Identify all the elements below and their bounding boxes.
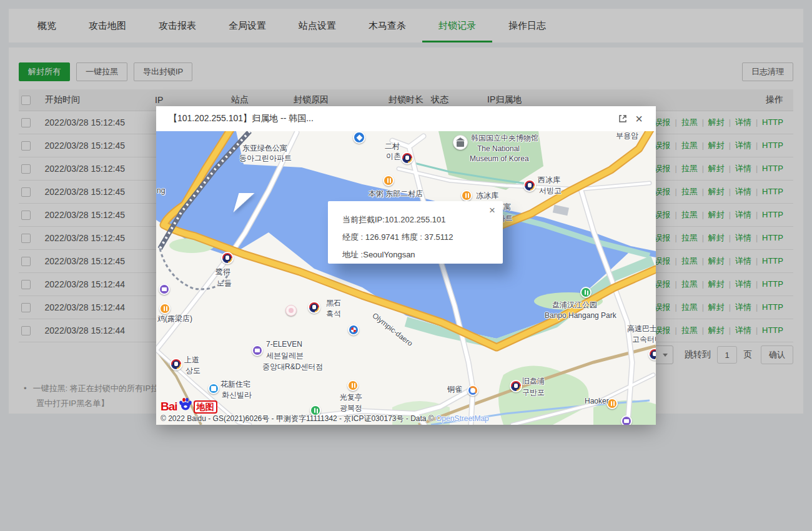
map-label: 동아그린아파트 (239, 154, 292, 162)
map-label: 二村 (385, 142, 400, 151)
map-label: 노들 (217, 279, 232, 287)
popup-close-icon[interactable]: × (489, 205, 495, 216)
poi-icon[interactable] (285, 305, 297, 316)
map-label: Haoker (585, 397, 609, 405)
map-label: 寓 (503, 202, 511, 211)
seven-eleven-icon[interactable] (252, 345, 263, 356)
modal-title: 【101.202.255.101】归属地 -- 韩国... (169, 113, 615, 124)
map-label: 7-ELEVEN (266, 340, 302, 349)
map-label: 西冰库 (538, 176, 560, 184)
map-label: 东亚绿色公寓 (242, 144, 287, 152)
map-label: 冻冰库 (476, 191, 498, 200)
gubanpo-station-icon[interactable] (510, 380, 522, 392)
museum-icon[interactable] (453, 135, 468, 150)
attribution-text: © 2022 Baidu - GS(2021)6026号 - 甲测资字11111… (161, 414, 436, 423)
map-label: 이촌 (386, 152, 401, 161)
roundabout-icon[interactable] (467, 385, 478, 396)
close-icon[interactable]: × (631, 111, 647, 127)
shop-icon[interactable] (621, 415, 632, 425)
police-icon[interactable] (348, 324, 359, 335)
seobinggo-station-icon[interactable] (523, 179, 536, 192)
map-label: 광복정 (340, 404, 362, 412)
map-label: Museum of Korea (470, 154, 529, 163)
metro-station-icon[interactable] (353, 131, 365, 144)
map-label: 鹭得 (215, 267, 230, 276)
shop-icon[interactable] (159, 284, 170, 295)
map-label: 서빙고 (539, 186, 562, 195)
map-label: Banpo Hangang Park (545, 311, 616, 320)
ip-location-modal: 【101.202.255.101】归属地 -- 韩国... × (156, 106, 656, 425)
map-label: 화신빌라 (222, 390, 252, 399)
map-label: 高速巴士客运 (627, 324, 656, 333)
map-label: 鸡(露梁店) (157, 314, 192, 323)
baidu-logo: Bai 地图 (161, 399, 217, 415)
restaurant-icon[interactable] (461, 190, 472, 201)
popup-coords-line: 经度 : 126.9741 纬度 : 37.5112 (342, 229, 494, 246)
map-label: 本粥 东部二村店 (369, 189, 423, 198)
baidu-paw-icon (178, 397, 193, 414)
restaurant-icon[interactable] (159, 303, 171, 314)
map-label: 중앙대R&D센터점 (262, 362, 323, 371)
map-label: 黑石 (326, 299, 341, 307)
map-label: 상도 (186, 366, 201, 375)
baidu-logo-map-text: 地图 (194, 400, 217, 414)
map-label: 花新住宅 (220, 380, 250, 389)
popup-ip-line: 当前拦截IP:101.202.255.101 (342, 211, 494, 229)
map-label: 上道 (184, 355, 199, 364)
building-icon[interactable] (208, 383, 219, 394)
map-label: The National (477, 144, 520, 153)
baidu-logo-text: Bai (161, 400, 177, 414)
map-attribution: © 2022 Baidu - GS(2021)6026号 - 甲测资字11111… (161, 414, 489, 424)
restaurant-icon[interactable] (383, 175, 394, 186)
map-label: 铜雀 (447, 385, 462, 394)
sangdo-station-icon[interactable] (170, 358, 182, 370)
map-label: 韩国国立中央博物馆 (471, 134, 538, 142)
restaurant-icon[interactable] (347, 380, 359, 391)
heukseok-station-icon[interactable] (308, 301, 320, 314)
map-label: 세븐일레븐 (266, 351, 304, 360)
map-label: 旧盘浦 (522, 377, 545, 385)
expand-icon[interactable] (615, 111, 631, 127)
ip-info-popup: × 当前拦截IP:101.202.255.101 经度 : 126.9741 纬… (328, 201, 503, 264)
modal-header: 【101.202.255.101】归属地 -- 韩国... × (156, 106, 656, 131)
nodeul-station-icon[interactable] (221, 252, 234, 264)
map-label: 흑석 (326, 309, 341, 318)
map-label: 盘浦汉江公园 (552, 300, 597, 309)
map-label: 光复亭 (340, 393, 362, 402)
openstreetmap-link[interactable]: OpenStreetMap (436, 414, 489, 423)
ichon-station-icon[interactable] (401, 152, 413, 164)
map-label: 고속터미 (632, 335, 656, 344)
map-label: 구반포 (522, 388, 545, 397)
park-icon[interactable] (580, 287, 592, 298)
popup-address-line: 地址 :SeoulYongsan (342, 246, 494, 264)
map-label: 부용암 (616, 131, 638, 140)
map-label: ng (157, 186, 165, 195)
baidu-map[interactable]: 东亚绿色公寓동아그린아파트二村이촌韩国国立中央博物馆The NationalMu… (156, 131, 656, 425)
